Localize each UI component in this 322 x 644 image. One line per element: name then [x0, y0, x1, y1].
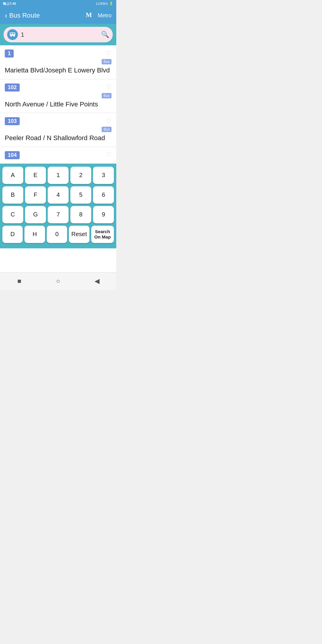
key-G[interactable]: G: [25, 206, 46, 223]
status-time: 晚上7:45: [3, 1, 16, 6]
route-name: Marietta Blvd/Joseph E Lowery Blvd: [5, 66, 112, 75]
key-5[interactable]: 5: [70, 186, 91, 204]
back-arrow-icon[interactable]: ‹: [5, 11, 7, 20]
top-bar: ‹ Bus Route M Metro: [0, 7, 116, 24]
key-9[interactable]: 9: [93, 206, 114, 223]
svg-text:M: M: [86, 11, 92, 18]
search-bar-container: 🔍: [0, 24, 116, 45]
route-item[interactable]: 104 ♡: [0, 147, 116, 164]
key-A[interactable]: A: [2, 167, 23, 184]
key-F[interactable]: F: [25, 186, 46, 204]
key-C[interactable]: C: [2, 206, 23, 223]
key-1[interactable]: 1: [48, 167, 69, 184]
route-item[interactable]: 1 ♡ Bus Marietta Blvd/Joseph E Lowery Bl…: [0, 45, 116, 79]
key-2[interactable]: 2: [70, 167, 91, 184]
metro-icon[interactable]: M: [85, 10, 93, 21]
keyboard-row-3: C G 7 8 9: [2, 206, 114, 223]
white-bottom-area: [0, 248, 116, 272]
favorite-icon[interactable]: ♡: [106, 83, 112, 91]
route-item[interactable]: 102 ♡ Bus North Avenue / Little Five Poi…: [0, 79, 116, 113]
status-speed: 112KB/s: [95, 2, 108, 5]
nav-stop-button[interactable]: ■: [13, 275, 26, 288]
page-title: Bus Route: [9, 12, 40, 19]
route-type-badge: Bus: [102, 59, 112, 64]
top-bar-left: ‹ Bus Route: [5, 11, 40, 20]
key-6[interactable]: 6: [93, 186, 114, 204]
route-name: Peeler Road / N Shallowford Road: [5, 134, 112, 143]
key-D[interactable]: D: [2, 226, 23, 243]
nav-back-button[interactable]: ◀: [90, 275, 103, 288]
svg-rect-3: [13, 33, 15, 34]
route-list: 1 ♡ Bus Marietta Blvd/Joseph E Lowery Bl…: [0, 45, 116, 164]
top-bar-right: M Metro: [85, 10, 112, 21]
key-reset[interactable]: Reset: [69, 226, 89, 243]
route-number-badge: 103: [5, 117, 20, 125]
search-icon[interactable]: 🔍: [101, 31, 109, 38]
key-3[interactable]: 3: [93, 167, 114, 184]
key-search-on-map[interactable]: SearchOn Map: [91, 226, 114, 243]
route-name: North Avenue / Little Five Points: [5, 100, 112, 109]
search-bar: 🔍: [4, 27, 113, 42]
key-8[interactable]: 8: [70, 206, 91, 223]
route-type-badge: Bus: [102, 93, 112, 98]
route-number-badge: 102: [5, 83, 20, 92]
search-input[interactable]: [21, 31, 98, 38]
keyboard-row-2: B F 4 5 6: [2, 186, 114, 204]
svg-rect-2: [10, 33, 12, 34]
keyboard-row-1: A E 1 2 3: [2, 167, 114, 184]
key-H[interactable]: H: [24, 226, 45, 243]
route-type-badge: Bus: [102, 127, 112, 132]
route-item[interactable]: 103 ♡ Bus Peeler Road / N Shallowford Ro…: [0, 113, 116, 147]
route-number-badge: 104: [5, 151, 20, 159]
key-7[interactable]: 7: [48, 206, 69, 223]
key-E[interactable]: E: [25, 167, 46, 184]
key-0[interactable]: 0: [47, 226, 67, 243]
bottom-nav: ■ ○ ◀: [0, 272, 116, 290]
favorite-icon[interactable]: ♡: [106, 151, 112, 159]
status-right: 112KB/s 🔋: [95, 2, 113, 6]
svg-point-5: [13, 36, 15, 37]
key-4[interactable]: 4: [48, 186, 69, 204]
route-number-badge: 1: [5, 49, 14, 58]
bus-icon: [7, 29, 18, 40]
nav-home-button[interactable]: ○: [52, 275, 65, 288]
favorite-icon[interactable]: ♡: [106, 49, 112, 57]
keyboard: A E 1 2 3 B F 4 5 6 C G 7 8 9 D H 0 Rese…: [0, 164, 116, 248]
status-battery: 🔋: [109, 2, 113, 6]
favorite-icon[interactable]: ♡: [106, 117, 112, 125]
keyboard-row-4: D H 0 Reset SearchOn Map: [2, 226, 114, 243]
key-B[interactable]: B: [2, 186, 23, 204]
metro-label[interactable]: Metro: [98, 13, 112, 19]
svg-point-4: [10, 36, 12, 37]
status-bar: 晚上7:45 112KB/s 🔋: [0, 0, 116, 7]
